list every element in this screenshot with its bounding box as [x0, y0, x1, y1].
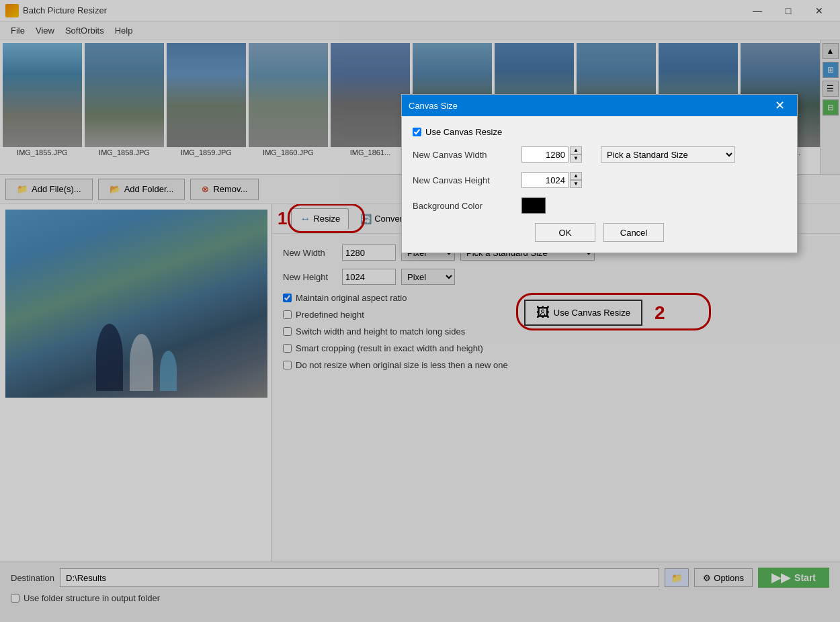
dialog-titlebar: Canvas Size ✕	[402, 95, 797, 116]
canvas-width-input-group: ▲ ▼	[521, 146, 582, 163]
use-canvas-resize-dialog-checkbox[interactable]	[413, 128, 421, 136]
canvas-height-input[interactable]	[521, 172, 569, 188]
canvas-width-down[interactable]: ▼	[570, 154, 582, 163]
canvas-height-input-group: ▲ ▼	[521, 172, 582, 188]
dialog-title: Canvas Size	[409, 101, 769, 111]
use-canvas-resize-dialog-label: Use Canvas Resize	[425, 127, 502, 137]
background-color-row: Background Color	[413, 197, 786, 214]
canvas-width-spinners: ▲ ▼	[570, 146, 582, 163]
dialog-cancel-button[interactable]: Cancel	[603, 223, 664, 242]
canvas-size-dialog: Canvas Size ✕ Use Canvas Resize New Canv…	[401, 94, 798, 253]
background-color-picker[interactable]	[521, 197, 546, 214]
modal-overlay: Canvas Size ✕ Use Canvas Resize New Canv…	[0, 0, 840, 622]
canvas-height-up[interactable]: ▲	[570, 172, 582, 180]
use-canvas-resize-checkbox-label[interactable]: Use Canvas Resize	[413, 127, 502, 137]
canvas-height-row: New Canvas Height ▲ ▼	[413, 172, 786, 188]
canvas-height-down[interactable]: ▼	[570, 180, 582, 188]
dialog-close-button[interactable]: ✕	[769, 98, 790, 113]
canvas-height-spinners: ▲ ▼	[570, 172, 582, 188]
dialog-ok-button[interactable]: OK	[535, 223, 595, 242]
canvas-height-label: New Canvas Height	[413, 175, 513, 185]
canvas-width-input[interactable]	[521, 146, 569, 163]
canvas-width-up[interactable]: ▲	[570, 146, 582, 154]
background-color-label: Background Color	[413, 201, 513, 211]
canvas-standard-size-select[interactable]: Pick a Standard Size	[601, 146, 735, 163]
dialog-content: Use Canvas Resize New Canvas Width ▲ ▼ P…	[402, 116, 797, 253]
dialog-buttons: OK Cancel	[413, 223, 786, 242]
canvas-width-row: New Canvas Width ▲ ▼ Pick a Standard Siz…	[413, 146, 786, 163]
use-canvas-resize-row: Use Canvas Resize	[413, 127, 786, 137]
canvas-width-label: New Canvas Width	[413, 150, 513, 160]
